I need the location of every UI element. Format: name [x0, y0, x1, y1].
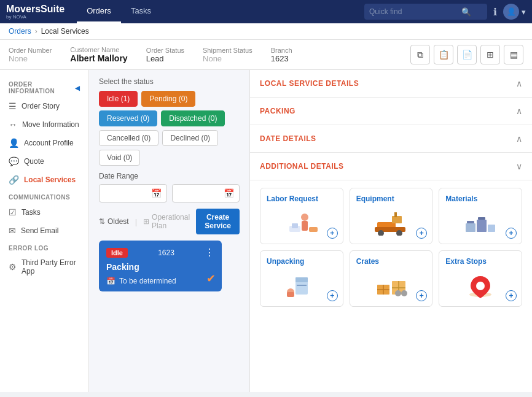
- grid-icon: ⊞: [143, 217, 149, 226]
- svg-rect-12: [477, 220, 487, 232]
- status-dispatched-button[interactable]: Dispatched (0): [161, 110, 225, 126]
- tab-tasks[interactable]: Tasks: [121, 0, 161, 23]
- labor-request-image: [267, 207, 337, 237]
- packing-title: PACKING: [260, 107, 295, 115]
- chevron-up-icon: ∧: [516, 79, 522, 88]
- sort-oldest-button[interactable]: ⇅ Oldest: [99, 217, 129, 226]
- service-menu-icon[interactable]: ⋮: [205, 247, 214, 258]
- tasks-icon: ☑: [9, 207, 17, 217]
- tab-orders[interactable]: Orders: [77, 0, 121, 23]
- labor-request-add-button[interactable]: +: [327, 228, 338, 239]
- duplicate-button[interactable]: ⊞: [480, 45, 500, 64]
- check-icon: ✔: [206, 272, 216, 285]
- svg-rect-11: [466, 223, 475, 232]
- status-pending-button[interactable]: Pending (0): [141, 91, 195, 107]
- additional-details-title: ADDITIONAL DETAILS: [260, 162, 344, 171]
- calendar-from-icon: 📅: [151, 188, 162, 198]
- shipment-status-label: Shipment Status: [203, 47, 252, 54]
- svg-rect-16: [295, 281, 308, 295]
- equipment-card[interactable]: Equipment +: [350, 188, 433, 244]
- unpacking-title: Unpacking: [267, 257, 304, 266]
- svg-rect-4: [309, 227, 318, 232]
- materials-title: Materials: [445, 195, 477, 203]
- sidebar-item-quote[interactable]: 💬 Quote: [0, 152, 88, 171]
- order-status-field: Order Status Lead: [146, 47, 184, 63]
- search-input[interactable]: [369, 7, 461, 16]
- info-icon[interactable]: ℹ: [493, 6, 497, 18]
- operational-plan-label: Operational Plan: [152, 213, 190, 230]
- status-idle-button[interactable]: Idle (1): [99, 91, 138, 107]
- svg-rect-17: [295, 277, 308, 282]
- user-menu[interactable]: 👤 ▾: [503, 4, 526, 20]
- branch-field: Branch 1623: [271, 47, 292, 63]
- branch-value: 1623: [271, 54, 292, 63]
- svg-rect-0: [302, 221, 308, 231]
- packing-header[interactable]: PACKING ∧: [260, 106, 522, 116]
- date-to-input[interactable]: 📅: [172, 184, 240, 202]
- svg-point-27: [395, 290, 401, 296]
- sidebar-item-send-email[interactable]: ✉ Send Email: [0, 222, 88, 240]
- extra-stops-card[interactable]: Extra Stops +: [439, 250, 522, 307]
- status-void-button[interactable]: Void (0): [99, 150, 140, 166]
- clipboard-button[interactable]: 📋: [434, 45, 453, 64]
- sidebar-item-local-services[interactable]: 🔗 Local Services: [0, 171, 88, 189]
- additional-details-header[interactable]: ADDITIONAL DETAILS ∨: [260, 161, 522, 171]
- shipment-status-field: Shipment Status None: [203, 47, 252, 63]
- svg-point-28: [401, 290, 407, 296]
- copy-button[interactable]: ⧉: [410, 45, 430, 64]
- status-declined-button[interactable]: Declined (0): [162, 130, 218, 146]
- breadcrumb-current: Local Services: [41, 27, 89, 36]
- sidebar-item-label: Quote: [24, 157, 44, 166]
- status-buttons: Idle (1) Pending (0) Reserved (0) Dispat…: [99, 91, 240, 166]
- crates-card[interactable]: Crates +: [350, 250, 433, 307]
- status-reserved-button[interactable]: Reserved (0): [99, 110, 157, 126]
- service-name: Packing: [106, 262, 214, 272]
- local-service-details-section: LOCAL SERVICE DETAILS ∧: [250, 70, 532, 98]
- svg-point-30: [476, 282, 485, 290]
- materials-card[interactable]: Materials +: [439, 188, 522, 244]
- calendar-icon: 📅: [106, 277, 115, 285]
- materials-add-button[interactable]: +: [506, 228, 517, 239]
- create-service-button[interactable]: Create Service: [196, 209, 240, 234]
- local-service-details-header[interactable]: LOCAL SERVICE DETAILS ∧: [260, 79, 522, 88]
- order-information-section: ORDER INFORMATION ◀: [0, 76, 88, 97]
- sidebar-item-account-profile[interactable]: 👤 Account Profile: [0, 134, 88, 152]
- sidebar-item-third-party-error[interactable]: ⚙ Third Party Error App: [0, 254, 88, 280]
- sidebar-item-tasks[interactable]: ☑ Tasks: [0, 203, 88, 222]
- local-services-icon: 🔗: [9, 175, 19, 185]
- crates-title: Crates: [356, 257, 379, 266]
- date-from-input[interactable]: 📅: [99, 184, 167, 202]
- labor-request-card[interactable]: Labor Request +: [260, 188, 343, 244]
- sidebar-item-move-information[interactable]: ↔ Move Information: [0, 115, 88, 134]
- extra-stops-image: [445, 269, 515, 300]
- error-log-section: ERROR LOG: [0, 240, 88, 254]
- brand-sub: by NOVA: [6, 14, 65, 20]
- service-card[interactable]: Idle 1623 ⋮ Packing 📅 To be determined ✔: [99, 241, 222, 291]
- search-icon: 🔍: [461, 7, 471, 17]
- more-button[interactable]: ▤: [504, 45, 523, 64]
- extra-stops-add-button[interactable]: +: [506, 290, 517, 301]
- collapse-icon[interactable]: ◀: [75, 85, 80, 91]
- top-navigation: MoversSuite by NOVA Orders Tasks 🔍 ℹ 👤 ▾: [0, 0, 532, 23]
- unpacking-add-button[interactable]: +: [327, 290, 338, 301]
- unpacking-card[interactable]: Unpacking +: [260, 250, 343, 307]
- sidebar-item-label: Send Email: [21, 226, 58, 235]
- date-details-header[interactable]: DATE DETAILS ∧: [260, 134, 522, 144]
- sidebar-item-order-story[interactable]: ☰ Order Story: [0, 97, 88, 115]
- equipment-image: [356, 207, 426, 237]
- extra-stops-title: Extra Stops: [445, 257, 487, 266]
- paste-button[interactable]: 📄: [457, 45, 477, 64]
- customer-name-value: Albert Mallory: [70, 53, 127, 63]
- service-types-grid: Labor Request + Equipment: [250, 180, 532, 314]
- status-cancelled-button[interactable]: Cancelled (0): [99, 130, 158, 146]
- sidebar: ORDER INFORMATION ◀ ☰ Order Story ↔ Move…: [0, 70, 89, 392]
- breadcrumb-separator: ›: [35, 27, 37, 36]
- date-details-title: DATE DETAILS: [260, 134, 316, 143]
- breadcrumb-orders[interactable]: Orders: [9, 27, 31, 36]
- operational-plan-button[interactable]: ⊞ Operational Plan: [143, 213, 190, 230]
- nav-tabs: Orders Tasks: [77, 0, 161, 23]
- service-card-header: Idle 1623 ⋮: [106, 247, 214, 258]
- sidebar-item-label: Order Story: [22, 102, 60, 110]
- sidebar-item-label: Account Profile: [24, 139, 74, 147]
- quick-find-bar[interactable]: 🔍: [364, 4, 487, 20]
